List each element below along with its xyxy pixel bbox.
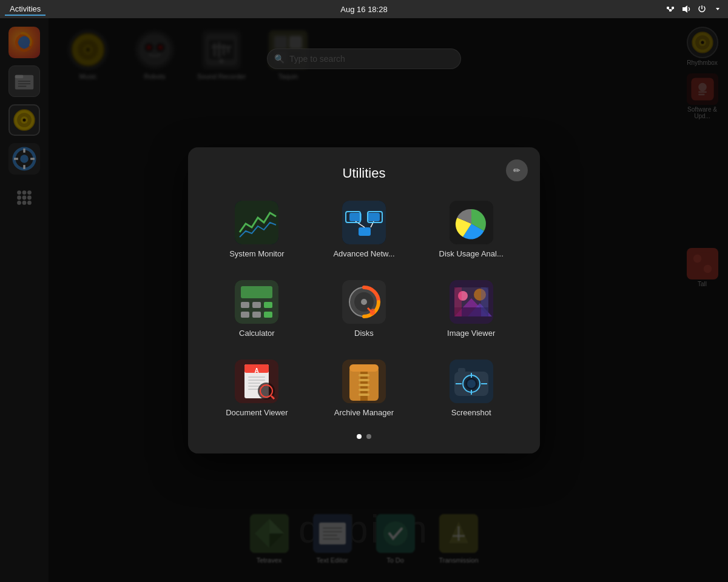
activities-button[interactable]: Activities: [5, 3, 46, 16]
advanced-network-label: Advanced Netw...: [333, 249, 394, 258]
disk-usage-label: Disk Usage Anal...: [439, 249, 504, 258]
calculator-icon: [235, 280, 278, 324]
modal-app-advanced-network[interactable]: Advanced Netw...: [314, 196, 415, 263]
topbar-right: [665, 4, 723, 15]
topbar-left: Activities: [5, 3, 46, 16]
svg-rect-104: [248, 383, 260, 384]
modal-app-screenshot[interactable]: Screenshot: [420, 355, 522, 422]
disk-usage-icon: [450, 201, 493, 244]
screenshot-label: Screenshot: [451, 408, 491, 417]
archive-manager-label: Archive Manager: [334, 408, 394, 417]
svg-point-87: [361, 299, 367, 305]
svg-rect-83: [264, 312, 272, 318]
svg-rect-97: [481, 287, 488, 316]
svg-point-124: [467, 380, 476, 388]
svg-rect-77: [241, 286, 272, 298]
svg-rect-119: [349, 364, 379, 372]
disks-label: Disks: [354, 329, 374, 338]
edit-button[interactable]: ✏: [506, 159, 528, 181]
modal-overlay: Utilities ✏ System Monitor: [0, 18, 728, 582]
calculator-label: Calculator: [239, 329, 275, 338]
modal-app-document-viewer[interactable]: A Document Viewe: [206, 355, 308, 422]
svg-rect-103: [248, 380, 265, 381]
svg-line-4: [672, 9, 673, 10]
network-icon[interactable]: [665, 4, 676, 15]
pagination-dot-1[interactable]: [357, 434, 362, 439]
document-viewer-icon: A: [235, 360, 278, 403]
svg-text:A: A: [255, 367, 259, 374]
svg-rect-68: [368, 213, 380, 221]
disks-icon: [342, 280, 386, 324]
svg-rect-114: [359, 374, 369, 376]
svg-rect-106: [248, 389, 259, 390]
topbar-datetime: Aug 16 18:28: [340, 5, 387, 14]
svg-rect-102: [248, 376, 265, 378]
modal-app-disk-usage[interactable]: Disk Usage Anal...: [420, 196, 522, 263]
modal-app-disks[interactable]: Disks: [314, 275, 415, 343]
topbar: Activities Aug 16 18:28: [0, 0, 728, 18]
svg-rect-115: [359, 379, 369, 381]
svg-rect-69: [359, 227, 371, 236]
utilities-modal: Utilities ✏ System Monitor: [188, 147, 540, 453]
image-viewer-label: Image Viewer: [447, 329, 495, 338]
desktop: debian: [0, 18, 728, 582]
advanced-network-icon: [342, 201, 386, 244]
svg-rect-81: [241, 312, 249, 318]
system-monitor-icon: [235, 201, 278, 244]
svg-rect-1: [672, 7, 674, 9]
modal-app-calculator[interactable]: Calculator: [206, 275, 308, 343]
svg-rect-118: [359, 393, 369, 396]
pagination-dots: [206, 434, 522, 439]
image-viewer-icon: [450, 280, 493, 324]
power-icon[interactable]: [696, 4, 707, 15]
svg-marker-5: [682, 5, 687, 13]
svg-rect-65: [235, 201, 278, 244]
modal-app-archive-manager[interactable]: Archive Manager: [314, 355, 415, 422]
modal-app-grid: System Monitor: [206, 196, 522, 422]
archive-manager-icon: [342, 360, 386, 403]
pagination-dot-2[interactable]: [366, 434, 371, 439]
svg-rect-117: [359, 389, 369, 391]
system-monitor-label: System Monitor: [229, 249, 284, 258]
volume-icon[interactable]: [681, 4, 692, 15]
document-viewer-label: Document Viewer: [226, 408, 288, 417]
svg-rect-78: [241, 302, 249, 308]
svg-rect-96: [454, 287, 462, 316]
modal-app-image-viewer[interactable]: Image Viewer: [420, 275, 522, 343]
svg-rect-80: [264, 302, 272, 308]
svg-rect-79: [252, 302, 261, 308]
svg-marker-6: [716, 8, 720, 10]
screenshot-icon: [450, 360, 493, 403]
modal-app-system-monitor[interactable]: System Monitor: [206, 196, 308, 263]
svg-rect-116: [359, 384, 369, 386]
system-menu-arrow[interactable]: [712, 4, 723, 15]
svg-rect-0: [667, 7, 669, 9]
svg-rect-82: [252, 312, 261, 318]
svg-rect-125: [458, 368, 465, 373]
modal-title: Utilities: [206, 166, 522, 181]
